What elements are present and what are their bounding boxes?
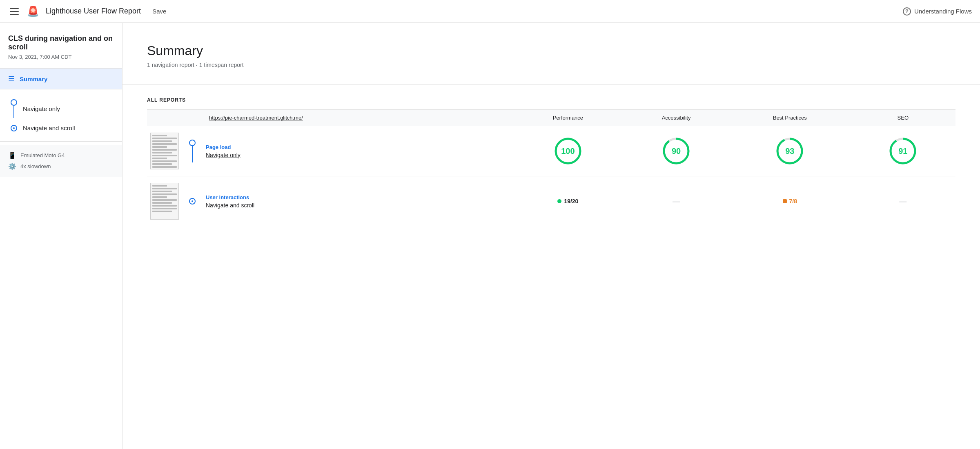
thumb-line	[152, 205, 177, 207]
table-header-row: https://pie-charmed-treatment.glitch.me/…	[147, 110, 956, 126]
thumb-line	[152, 196, 167, 198]
table-row: User interactions Navigate and scroll 19…	[147, 176, 956, 227]
flow-timeline-2	[185, 198, 199, 204]
sidebar-summary-label: Summary	[20, 76, 47, 82]
thumb-line	[152, 160, 177, 162]
score-small-perf: 19/20	[516, 198, 620, 204]
score-seo-2: —	[851, 176, 956, 227]
thumb-lines-2	[152, 185, 177, 212]
thumbnail-cell-2	[147, 176, 182, 227]
score-circle-seo: 91	[889, 137, 917, 165]
report-type-2: User interactions	[206, 194, 510, 200]
lighthouse-logo: 🚨	[27, 6, 39, 17]
score-circle-perf: 100	[554, 137, 582, 165]
all-reports-label: ALL REPORTS	[147, 97, 956, 103]
menu-button[interactable]	[8, 7, 20, 16]
header-right: ? Understanding Flows	[903, 7, 972, 16]
score-performance-1: 100	[513, 126, 624, 176]
sidebar-summary-item[interactable]: ☰ Summary	[0, 69, 122, 89]
sidebar-item-navigate-scroll[interactable]: Navigate and scroll	[0, 121, 122, 135]
score-circle-bp: 93	[775, 137, 804, 165]
device-info: 📱 Emulated Moto G4 ⚙️ 4x slowdown	[0, 145, 122, 177]
device-row-slowdown: ⚙️ 4x slowdown	[8, 162, 114, 170]
th-thumb	[147, 110, 182, 126]
sidebar-project-date: Nov 3, 2021, 7:00 AM CDT	[0, 54, 122, 68]
green-dot-icon	[557, 199, 561, 203]
summary-heading: Summary	[147, 43, 956, 58]
report-name-2[interactable]: Navigate and scroll	[206, 202, 510, 209]
sidebar-divider-bottom	[0, 141, 122, 142]
sidebar-project-title: CLS during navigation and on scroll	[0, 23, 122, 54]
table-row: Page load Navigate only 100	[147, 126, 956, 176]
url-link[interactable]: https://pie-charmed-treatment.glitch.me/	[209, 115, 303, 121]
thumb-line	[152, 149, 177, 151]
thumb-line	[152, 152, 172, 153]
score-value-seo: 91	[898, 147, 907, 156]
thumbnail-1	[150, 133, 179, 169]
th-seo: SEO	[851, 110, 956, 126]
thumb-line	[152, 140, 172, 142]
app-title: Lighthouse User Flow Report	[46, 7, 141, 16]
score-value-perf-2: 19/20	[564, 198, 578, 204]
dash-seo: —	[899, 197, 906, 205]
header-left: 🚨 Lighthouse User Flow Report Save	[8, 5, 903, 17]
sidebar: CLS during navigation and on scroll Nov …	[0, 23, 122, 449]
nav-label-navigate-only: Navigate only	[23, 105, 60, 112]
score-value-perf: 100	[561, 147, 575, 156]
help-icon[interactable]: ?	[903, 7, 911, 16]
thumb-line	[152, 158, 167, 159]
thumb-line	[152, 208, 177, 209]
th-performance: Performance	[513, 110, 624, 126]
th-accessibility: Accessibility	[623, 110, 729, 126]
thumbnail-cell-1	[147, 126, 182, 176]
thumb-line	[152, 163, 172, 165]
flow-vline-1	[192, 146, 193, 162]
thumb-line	[152, 143, 177, 145]
reports-table: https://pie-charmed-treatment.glitch.me/…	[147, 110, 956, 226]
th-url: https://pie-charmed-treatment.glitch.me/	[203, 110, 513, 126]
sidebar-item-navigate-only[interactable]: Navigate only	[0, 96, 122, 121]
thumb-line	[152, 193, 177, 195]
thumb-line	[152, 188, 177, 189]
report-type-1: Page load	[206, 144, 510, 150]
flow-cell-2	[182, 176, 203, 227]
nav-timeline-1	[8, 99, 20, 118]
thumb-line	[152, 135, 167, 136]
summary-section: Summary 1 navigation report · 1 timespan…	[122, 23, 980, 85]
thumb-line	[152, 185, 167, 187]
report-name-1[interactable]: Navigate only	[206, 152, 510, 158]
orange-square-icon	[783, 199, 787, 203]
score-value-acc: 90	[672, 147, 681, 156]
flow-timeline-1	[185, 140, 199, 162]
dash-acc: —	[673, 197, 680, 205]
slowdown-label: 4x slowdown	[20, 163, 51, 169]
save-button[interactable]: Save	[147, 5, 171, 17]
score-bestpractices-2: 7/8	[729, 176, 851, 227]
score-bestpractices-1: 93	[729, 126, 851, 176]
score-seo-1: 91	[851, 126, 956, 176]
flow-dot-circle-1	[189, 140, 196, 146]
score-accessibility-2: —	[623, 176, 729, 227]
app-header: 🚨 Lighthouse User Flow Report Save ? Und…	[0, 0, 980, 23]
device-label: Emulated Moto G4	[20, 152, 65, 158]
understanding-flows-link[interactable]: Understanding Flows	[914, 8, 972, 15]
device-row-phone: 📱 Emulated Moto G4	[8, 151, 114, 159]
score-accessibility-1: 90	[623, 126, 729, 176]
content-area: Summary 1 navigation report · 1 timespan…	[122, 23, 980, 449]
score-small-bp: 7/8	[733, 198, 847, 204]
thumb-line	[152, 146, 167, 148]
sidebar-nav-items: Navigate only Navigate and scroll	[0, 89, 122, 141]
flow-cell-1	[182, 126, 203, 176]
thumb-lines-1	[152, 135, 177, 168]
list-icon: ☰	[8, 74, 15, 83]
thumb-line	[152, 211, 172, 212]
score-value-bp: 93	[785, 147, 794, 156]
score-performance-2: 19/20	[513, 176, 624, 227]
report-info-2: User interactions Navigate and scroll	[203, 176, 513, 227]
phone-icon: 📱	[8, 151, 16, 159]
thumb-line	[152, 199, 177, 201]
nav-dot-circle	[11, 99, 17, 106]
thumb-line	[152, 202, 172, 204]
flow-dot-clock-2	[189, 198, 196, 204]
summary-sub: 1 navigation report · 1 timespan report	[147, 62, 956, 68]
